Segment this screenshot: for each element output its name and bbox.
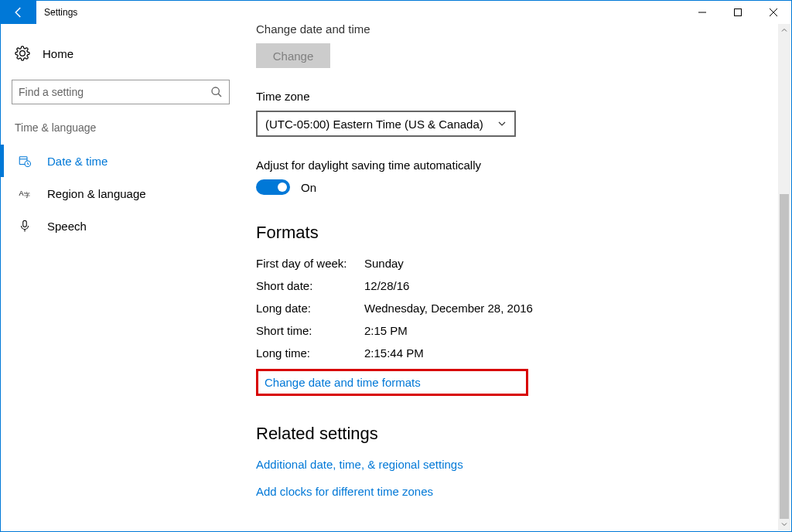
chevron-down-icon [781, 521, 787, 527]
scroll-down-button[interactable] [778, 518, 790, 530]
timezone-dropdown[interactable]: (UTC-05:00) Eastern Time (US & Canada) [256, 111, 516, 137]
highlight-box: Change date and time formats [256, 369, 528, 396]
kv-value: 2:15 PM [364, 324, 408, 337]
search-icon [210, 86, 223, 98]
timezone-section: Time zone (UTC-05:00) Eastern Time (US &… [256, 90, 776, 137]
kv-value: 2:15:44 PM [364, 346, 424, 360]
table-row: Short time: 2:15 PM [256, 324, 776, 337]
svg-rect-13 [23, 220, 27, 227]
settings-window: Settings Home Time & language [0, 0, 792, 532]
minimize-icon [698, 9, 706, 16]
sidebar-item-label: Speech [47, 220, 87, 233]
dst-section: Adjust for daylight saving time automati… [256, 159, 776, 195]
table-row: First day of week: Sunday [256, 257, 776, 270]
content-area: Change date and time Change Time zone (U… [241, 24, 791, 531]
scroll-up-button[interactable] [778, 24, 790, 36]
timezone-value: (UTC-05:00) Eastern Time (US & Canada) [265, 118, 483, 131]
dst-toggle[interactable] [256, 179, 290, 195]
close-icon [770, 9, 777, 16]
microphone-icon [18, 219, 32, 233]
timezone-label: Time zone [256, 90, 776, 103]
kv-key: Short time: [256, 324, 364, 337]
language-icon: A字 [18, 186, 32, 200]
maximize-button[interactable] [720, 1, 756, 24]
svg-rect-1 [735, 9, 742, 16]
back-button[interactable] [1, 1, 36, 24]
kv-key: Short date: [256, 279, 364, 292]
body: Home Time & language Date & time A字 Regi… [1, 24, 791, 531]
scrollbar[interactable] [778, 24, 790, 530]
toggle-knob [278, 182, 287, 192]
arrow-left-icon [12, 5, 26, 19]
close-button[interactable] [756, 1, 791, 24]
kv-key: Long date: [256, 302, 364, 315]
formats-table: First day of week: Sunday Short date: 12… [256, 257, 776, 360]
titlebar: Settings [1, 1, 791, 24]
related-links: Additional date, time, & regional settin… [256, 444, 776, 498]
clock-calendar-icon [18, 154, 32, 168]
minimize-button[interactable] [684, 1, 720, 24]
maximize-icon [734, 9, 742, 16]
window-controls [684, 1, 791, 24]
kv-value: Sunday [364, 257, 404, 270]
table-row: Short date: 12/28/16 [256, 279, 776, 292]
change-button: Change [256, 43, 330, 68]
related-heading: Related settings [256, 424, 776, 444]
sidebar-item-date-time[interactable]: Date & time [1, 145, 241, 177]
sidebar-item-label: Region & language [47, 187, 146, 200]
kv-key: Long time: [256, 346, 364, 360]
change-formats-link[interactable]: Change date and time formats [265, 376, 421, 389]
table-row: Long time: 2:15:44 PM [256, 346, 776, 360]
add-clocks-link[interactable]: Add clocks for different time zones [256, 485, 433, 498]
change-date-time-label: Change date and time [256, 24, 776, 36]
sidebar-item-label: Date & time [47, 155, 108, 168]
gear-icon [15, 46, 30, 61]
sidebar: Home Time & language Date & time A字 Regi… [1, 24, 241, 531]
svg-point-4 [212, 87, 219, 94]
search-input[interactable] [19, 86, 210, 98]
svg-line-5 [218, 94, 221, 97]
svg-text:字: 字 [24, 192, 30, 199]
dst-label: Adjust for daylight saving time automati… [256, 159, 776, 172]
scroll-thumb[interactable] [780, 194, 789, 519]
table-row: Long date: Wednesday, December 28, 2016 [256, 302, 776, 315]
sidebar-category: Time & language [1, 104, 241, 145]
chevron-up-icon [781, 27, 787, 33]
formats-heading: Formats [256, 223, 776, 243]
sidebar-home[interactable]: Home [1, 38, 241, 69]
sidebar-item-speech[interactable]: Speech [1, 210, 241, 242]
kv-value: Wednesday, December 28, 2016 [364, 302, 533, 315]
search-box[interactable] [12, 80, 230, 104]
sidebar-home-label: Home [43, 47, 73, 60]
svg-text:A: A [19, 189, 24, 197]
sidebar-item-region-language[interactable]: A字 Region & language [1, 177, 241, 210]
window-title: Settings [36, 1, 684, 24]
kv-key: First day of week: [256, 257, 364, 270]
additional-settings-link[interactable]: Additional date, time, & regional settin… [256, 458, 463, 471]
dst-state: On [301, 181, 316, 194]
kv-value: 12/28/16 [364, 279, 409, 292]
chevron-down-icon [497, 119, 507, 128]
